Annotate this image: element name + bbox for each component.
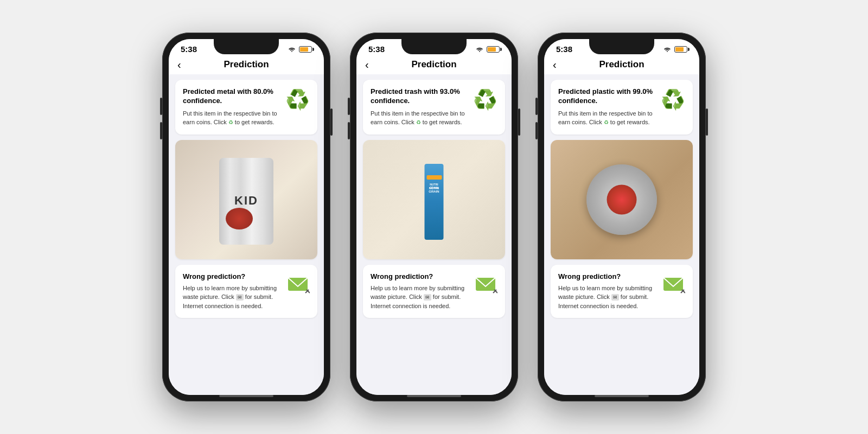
- battery-icon-1: [299, 46, 312, 53]
- svg-point-8: [667, 51, 668, 52]
- prediction-body-2: Put this item in the respective bin to e…: [371, 109, 469, 127]
- vol-up-button-3: [535, 98, 538, 115]
- vol-up-button: [160, 98, 162, 115]
- wrong-title-3: Wrong prediction?: [558, 272, 657, 280]
- mail-icon-3: [661, 272, 685, 296]
- wifi-icon-1: [288, 46, 296, 52]
- status-bar-1: 5:38: [169, 39, 324, 56]
- power-button-2: [518, 108, 520, 136]
- phone-plastic-wrapper: 5:38 ‹ Prediction: [538, 33, 706, 401]
- nav-title-2: Prediction: [411, 59, 456, 70]
- power-button-3: [706, 108, 708, 136]
- wrong-text-2: Wrong prediction? Help us to learn more …: [371, 272, 469, 311]
- svg-point-0: [291, 51, 292, 52]
- wrong-text-3: Wrong prediction? Help us to learn more …: [558, 272, 657, 311]
- back-button-3[interactable]: ‹: [553, 59, 557, 71]
- home-indicator-2: [407, 395, 461, 397]
- wrong-card-1: Wrong prediction? Help us to learn more …: [175, 265, 317, 318]
- home-indicator-3: [595, 395, 649, 397]
- image-card-1: [175, 140, 317, 259]
- status-icons-3: [663, 46, 687, 53]
- phone-trash-wrapper: 5:38 ‹ Prediction: [350, 33, 518, 401]
- nav-bar-3: ‹ Prediction: [544, 56, 699, 74]
- recycle-icon-1: ♻️: [285, 88, 310, 111]
- wrong-body-1: Help us to learn more by submitting wast…: [183, 284, 282, 311]
- recycle-icon-2: ♻️: [473, 88, 497, 111]
- recycle-icon-3: ♻️: [661, 88, 685, 111]
- home-indicator-1: [219, 395, 273, 397]
- nutri-bar: NUTRIGRAIN: [425, 164, 444, 240]
- nav-title-1: Prediction: [224, 59, 269, 70]
- prediction-card-1: Predicted metal with 80.0% confidence. P…: [175, 80, 317, 135]
- vol-down-button: [160, 122, 162, 139]
- wrong-title-2: Wrong prediction?: [371, 272, 469, 280]
- prediction-text-3: Predicted plastic with 99.0% confidence.…: [558, 87, 656, 127]
- wrong-body-3: Help us to learn more by submitting wast…: [558, 284, 657, 311]
- phone-metal: 5:38 ‹ Prediction: [162, 33, 330, 401]
- svg-point-4: [479, 51, 480, 52]
- content-trash: Predicted trash with 93.0% confidence. P…: [356, 74, 512, 395]
- nav-bar-2: ‹ Prediction: [356, 56, 512, 74]
- screen-trash: 5:38 ‹ Prediction: [356, 39, 512, 395]
- status-bar-3: 5:38: [544, 39, 699, 56]
- vol-down-button-2: [348, 122, 350, 139]
- mail-icon-1: [286, 272, 310, 296]
- prediction-title-3: Predicted plastic with 99.0% confidence.: [558, 87, 656, 106]
- phones-container: 5:38 ‹ Prediction: [162, 33, 706, 401]
- prediction-card-3: Predicted plastic with 99.0% confidence.…: [551, 80, 693, 135]
- status-icons-1: [288, 46, 312, 53]
- phone-trash: 5:38 ‹ Prediction: [350, 33, 518, 401]
- back-button-1[interactable]: ‹: [177, 59, 181, 71]
- content-plastic: Predicted plastic with 99.0% confidence.…: [544, 74, 699, 395]
- wrong-card-2: Wrong prediction? Help us to learn more …: [363, 265, 505, 318]
- nav-title-3: Prediction: [599, 59, 644, 70]
- prediction-body-1: Put this item in the respective bin to e…: [183, 109, 281, 127]
- can-red-accent: [226, 208, 253, 229]
- vol-up-button-2: [348, 98, 350, 115]
- battery-icon-2: [487, 46, 500, 53]
- prediction-text-2: Predicted trash with 93.0% confidence. P…: [371, 87, 469, 127]
- wrong-card-3: Wrong prediction? Help us to learn more …: [551, 265, 693, 318]
- prediction-body-3: Put this item in the respective bin to e…: [558, 109, 656, 127]
- wifi-icon-3: [663, 46, 672, 52]
- plastic-cap-inner: [607, 184, 637, 214]
- wifi-icon-2: [475, 46, 484, 52]
- status-bar-2: 5:38: [356, 39, 512, 56]
- screen-metal: 5:38 ‹ Prediction: [169, 39, 324, 395]
- wrong-body-2: Help us to learn more by submitting wast…: [371, 284, 469, 311]
- phone-plastic: 5:38 ‹ Prediction: [538, 33, 706, 401]
- image-card-3: [551, 140, 693, 259]
- prediction-card-2: Predicted trash with 93.0% confidence. P…: [363, 80, 505, 135]
- battery-icon-3: [674, 46, 687, 53]
- back-button-2[interactable]: ‹: [365, 59, 369, 71]
- prediction-title-2: Predicted trash with 93.0% confidence.: [371, 87, 469, 106]
- status-time-2: 5:38: [368, 44, 385, 54]
- plastic-cap-outer: [586, 164, 657, 235]
- status-time-3: 5:38: [556, 44, 572, 54]
- status-time-1: 5:38: [181, 44, 197, 54]
- phone-metal-wrapper: 5:38 ‹ Prediction: [162, 33, 330, 401]
- image-card-2: NUTRIGRAIN: [363, 140, 505, 259]
- power-button: [330, 108, 333, 136]
- nav-bar-1: ‹ Prediction: [169, 56, 324, 74]
- wrong-title-1: Wrong prediction?: [183, 272, 282, 280]
- status-icons-2: [475, 46, 500, 53]
- prediction-title-1: Predicted metal with 80.0% confidence.: [183, 87, 281, 106]
- mail-icon-2: [474, 272, 497, 296]
- prediction-text-1: Predicted metal with 80.0% confidence. P…: [183, 87, 281, 127]
- wrong-text-1: Wrong prediction? Help us to learn more …: [183, 272, 282, 311]
- content-metal: Predicted metal with 80.0% confidence. P…: [169, 74, 324, 395]
- vol-down-button-3: [535, 122, 538, 139]
- screen-plastic: 5:38 ‹ Prediction: [544, 39, 699, 395]
